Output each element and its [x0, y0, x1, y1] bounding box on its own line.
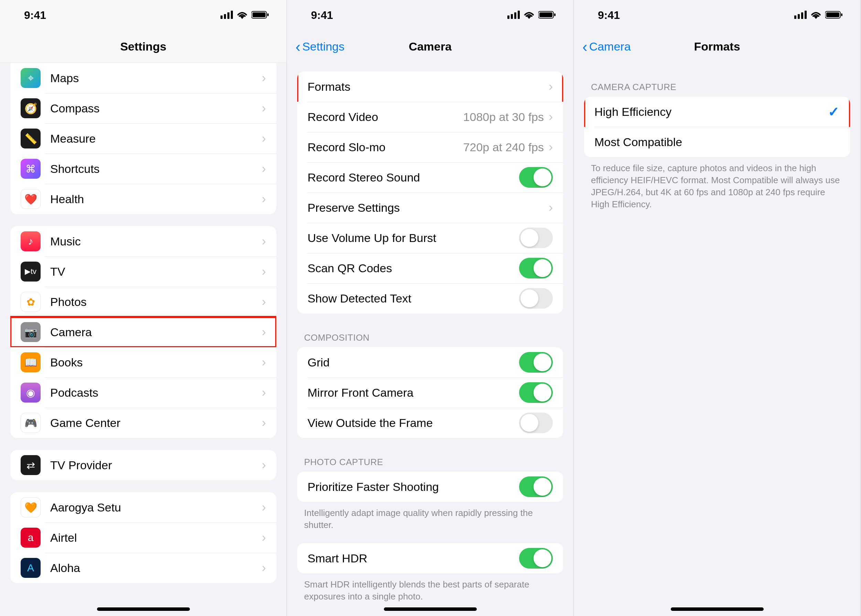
toggle-mirror-front-camera[interactable]	[519, 382, 553, 403]
section-header-photo-capture: PHOTO CAPTURE	[287, 457, 573, 471]
health-icon: ❤️	[20, 189, 41, 209]
chevron-right-icon: ›	[262, 295, 266, 309]
settings-row-health[interactable]: ❤️Health›	[10, 184, 276, 214]
switch-knob	[534, 478, 551, 496]
home-indicator[interactable]	[384, 607, 477, 611]
camera-section-2: Prioritize Faster Shooting	[297, 471, 563, 502]
camera-row-record-slo-mo[interactable]: Record Slo-mo720p at 240 fps›	[297, 132, 563, 162]
row-value: 720p at 240 fps	[463, 141, 544, 154]
nav-bar: ‹ Camera Formats	[574, 30, 860, 63]
camera-row-use-volume-up-for-burst[interactable]: Use Volume Up for Burst	[297, 223, 563, 253]
camera-row-record-stereo-sound[interactable]: Record Stereo Sound	[297, 162, 563, 193]
settings-group-0: ⌖Maps›🧭Compass›📏Measure›⌘Shortcuts›❤️Hea…	[10, 63, 276, 214]
home-indicator[interactable]	[671, 607, 763, 611]
signal-icon	[507, 9, 520, 22]
svg-rect-0	[220, 16, 223, 19]
back-button[interactable]: ‹ Camera	[574, 40, 631, 53]
phone-settings: 9:41 Settings ⌖Maps›🧭Compass›📏Measure›⌘S…	[0, 0, 287, 616]
battery-icon	[538, 9, 556, 22]
toggle-use-volume-up-for-burst[interactable]	[519, 228, 553, 248]
settings-row-airtel[interactable]: aAirtel›	[10, 523, 276, 553]
row-label: Show Detected Text	[307, 292, 519, 305]
podcasts-icon: ◉	[20, 383, 41, 402]
svg-rect-6	[267, 13, 269, 16]
settings-group-3: 🧡Aarogya Setu›aAirtel›AAloha›	[10, 492, 276, 583]
row-label: Music	[50, 235, 262, 248]
tv-icon: ▶tv	[20, 262, 41, 281]
settings-group-1: ♪Music›▶tvTV›✿Photos›📷Camera›📖Books›◉Pod…	[10, 226, 276, 438]
camera-section-1: GridMirror Front CameraView Outside the …	[297, 347, 563, 438]
toggle-smart-hdr[interactable]	[519, 548, 553, 569]
camera-row-preserve-settings[interactable]: Preserve Settings›	[297, 193, 563, 223]
settings-row-shortcuts[interactable]: ⌘Shortcuts›	[10, 154, 276, 184]
back-button[interactable]: ‹ Settings	[287, 40, 345, 53]
section-footer-2: Intelligently adapt image quality when r…	[287, 502, 573, 531]
settings-row-photos[interactable]: ✿Photos›	[10, 287, 276, 317]
home-indicator[interactable]	[97, 607, 190, 611]
tvprovider-icon: ⇄	[20, 455, 41, 475]
option-label: Most Compatible	[594, 135, 840, 149]
row-label: Record Slo-mo	[307, 141, 463, 154]
format-option-high-efficiency[interactable]: High Efficiency✓	[584, 97, 850, 127]
chevron-right-icon: ›	[262, 458, 266, 472]
nav-bar: Settings	[0, 30, 286, 63]
formats-footer-text: To reduce file size, capture photos and …	[574, 157, 860, 211]
svg-rect-15	[798, 14, 800, 19]
svg-rect-20	[841, 13, 842, 16]
settings-row-measure[interactable]: 📏Measure›	[10, 123, 276, 154]
toggle-prioritize-faster-shooting[interactable]	[519, 476, 553, 497]
camera-row-smart-hdr[interactable]: Smart HDR	[297, 543, 563, 574]
settings-row-game-center[interactable]: 🎮Game Center›	[10, 408, 276, 438]
svg-rect-13	[554, 13, 556, 16]
toggle-view-outside-the-frame[interactable]	[519, 413, 553, 433]
settings-row-podcasts[interactable]: ◉Podcasts›	[10, 377, 276, 408]
camera-row-show-detected-text[interactable]: Show Detected Text	[297, 283, 563, 313]
svg-rect-16	[801, 13, 803, 19]
svg-rect-8	[511, 14, 513, 19]
books-icon: 📖	[20, 352, 41, 372]
settings-row-tv[interactable]: ▶tvTV›	[10, 256, 276, 287]
toggle-grid[interactable]	[519, 352, 553, 372]
row-label: Maps	[50, 71, 262, 85]
camera-section-3: Smart HDR	[297, 543, 563, 574]
row-label: Smart HDR	[307, 552, 519, 565]
settings-group-2: ⇄TV Provider›	[10, 450, 276, 480]
camera-row-record-video[interactable]: Record Video1080p at 30 fps›	[297, 102, 563, 132]
settings-row-aarogya-setu[interactable]: 🧡Aarogya Setu›	[10, 492, 276, 523]
camera-row-grid[interactable]: Grid	[297, 347, 563, 377]
toggle-record-stereo-sound[interactable]	[519, 167, 553, 188]
toggle-scan-qr-codes[interactable]	[519, 258, 553, 278]
chevron-right-icon: ›	[262, 131, 266, 146]
camera-row-prioritize-faster-shooting[interactable]: Prioritize Faster Shooting	[297, 471, 563, 502]
signal-icon	[220, 9, 233, 22]
chevron-right-icon: ›	[262, 355, 266, 369]
switch-knob	[534, 383, 551, 401]
settings-row-maps[interactable]: ⌖Maps›	[10, 63, 276, 93]
camera-row-view-outside-the-frame[interactable]: View Outside the Frame	[297, 408, 563, 438]
phone-camera-settings: 9:41 ‹ Settings Camera Formats›Record Vi…	[287, 0, 574, 616]
camera-row-mirror-front-camera[interactable]: Mirror Front Camera	[297, 377, 563, 408]
row-value: 1080p at 30 fps	[463, 110, 544, 124]
row-label: Record Video	[307, 110, 463, 124]
settings-row-books[interactable]: 📖Books›	[10, 347, 276, 377]
toggle-show-detected-text[interactable]	[519, 288, 553, 309]
camera-row-scan-qr-codes[interactable]: Scan QR Codes	[297, 253, 563, 283]
format-option-most-compatible[interactable]: Most Compatible	[584, 127, 850, 157]
settings-row-compass[interactable]: 🧭Compass›	[10, 93, 276, 123]
chevron-right-icon: ›	[262, 264, 266, 279]
svg-rect-19	[826, 13, 839, 17]
row-label: Formats	[307, 80, 549, 93]
row-label: Podcasts	[50, 386, 262, 399]
battery-icon	[252, 9, 269, 22]
settings-row-music[interactable]: ♪Music›	[10, 226, 276, 256]
switch-knob	[534, 168, 551, 186]
svg-rect-10	[518, 11, 520, 19]
section-header-composition: COMPOSITION	[287, 332, 573, 347]
svg-rect-1	[224, 14, 226, 19]
settings-row-tv-provider[interactable]: ⇄TV Provider›	[10, 450, 276, 480]
settings-row-camera[interactable]: 📷Camera›	[10, 317, 276, 347]
settings-row-aloha[interactable]: AAloha›	[10, 553, 276, 583]
gamecenter-icon: 🎮	[20, 413, 41, 433]
camera-row-formats[interactable]: Formats›	[297, 71, 563, 102]
row-label: Preserve Settings	[307, 201, 549, 215]
